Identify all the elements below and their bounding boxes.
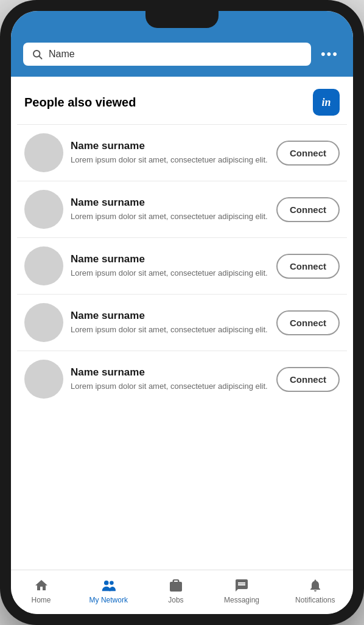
search-icon <box>32 49 43 60</box>
person-description: Lorem ipsum dolor sit amet, consectetuer… <box>71 324 269 335</box>
connect-button[interactable]: Connect <box>276 197 340 222</box>
person-item: Name surname Lorem ipsum dolor sit amet,… <box>17 351 347 407</box>
nav-label-jobs: Jobs <box>168 596 183 604</box>
avatar <box>24 133 63 172</box>
person-description: Lorem ipsum dolor sit amet, consectetuer… <box>71 155 269 166</box>
svg-point-2 <box>105 581 109 585</box>
person-item: Name surname Lorem ipsum dolor sit amet,… <box>17 124 347 181</box>
nav-item-messaging[interactable]: Messaging <box>218 575 265 607</box>
person-description: Lorem ipsum dolor sit amet, consectetuer… <box>71 211 269 222</box>
person-info: Name surname Lorem ipsum dolor sit amet,… <box>71 366 269 392</box>
nav-item-notifications[interactable]: Notifications <box>289 575 341 607</box>
nav-label-messaging: Messaging <box>224 596 259 604</box>
search-input[interactable] <box>49 49 303 60</box>
linkedin-badge: in <box>313 89 340 116</box>
svg-point-3 <box>110 581 113 584</box>
avatar <box>24 190 63 229</box>
my-network-icon <box>100 578 116 593</box>
nav-label-my-network: My Network <box>89 596 128 604</box>
phone-screen: ••• People also viewed in Name surname L… <box>11 11 353 614</box>
people-list: Name surname Lorem ipsum dolor sit amet,… <box>11 124 353 407</box>
search-bar-container[interactable] <box>23 43 311 66</box>
avatar <box>24 303 63 342</box>
person-info: Name surname Lorem ipsum dolor sit amet,… <box>71 310 269 335</box>
person-name: Name surname <box>71 197 269 209</box>
person-name: Name surname <box>71 140 269 152</box>
messaging-icon <box>234 578 250 593</box>
bottom-nav: Home My Network <box>11 570 353 614</box>
jobs-icon <box>168 578 184 593</box>
avatar <box>24 246 63 285</box>
section-title: People also viewed <box>24 96 136 110</box>
person-description: Lorem ipsum dolor sit amet, consectetuer… <box>71 268 269 279</box>
connect-button[interactable]: Connect <box>276 254 340 279</box>
home-icon <box>33 578 49 593</box>
nav-item-jobs[interactable]: Jobs <box>158 575 194 607</box>
phone-notch <box>145 11 219 28</box>
nav-label-notifications: Notifications <box>295 596 335 604</box>
person-name: Name surname <box>71 310 269 322</box>
person-info: Name surname Lorem ipsum dolor sit amet,… <box>71 253 269 279</box>
nav-item-home[interactable]: Home <box>23 575 60 607</box>
nav-item-my-network[interactable]: My Network <box>83 575 134 607</box>
person-item: Name surname Lorem ipsum dolor sit amet,… <box>17 294 347 351</box>
svg-line-1 <box>39 56 41 58</box>
notifications-icon <box>307 578 323 593</box>
person-description: Lorem ipsum dolor sit amet, consectetuer… <box>71 381 269 392</box>
avatar <box>24 360 63 399</box>
person-name: Name surname <box>71 366 269 379</box>
person-item: Name surname Lorem ipsum dolor sit amet,… <box>17 181 347 237</box>
person-item: Name surname Lorem ipsum dolor sit amet,… <box>17 237 347 294</box>
connect-button[interactable]: Connect <box>276 141 340 166</box>
phone-shell: ••• People also viewed in Name surname L… <box>0 0 364 625</box>
person-info: Name surname Lorem ipsum dolor sit amet,… <box>71 197 269 222</box>
main-content: People also viewed in Name surname Lorem… <box>11 77 353 570</box>
connect-button[interactable]: Connect <box>276 367 340 392</box>
person-name: Name surname <box>71 253 269 265</box>
person-info: Name surname Lorem ipsum dolor sit amet,… <box>71 140 269 166</box>
connect-button[interactable]: Connect <box>276 310 340 335</box>
nav-label-home: Home <box>32 596 51 604</box>
more-options-button[interactable]: ••• <box>318 44 341 65</box>
section-header: People also viewed in <box>11 77 353 124</box>
